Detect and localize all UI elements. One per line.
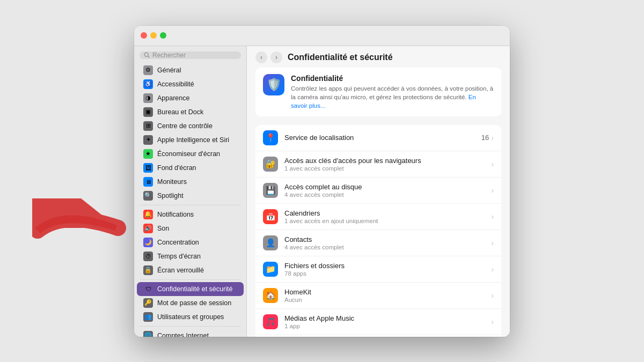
sidebar-separator-1 [140, 205, 241, 205]
sidebar-item-appearance[interactable]: ◑Apparence [137, 91, 244, 105]
sidebar-item-bureau[interactable]: ▣Bureau et Dock [137, 105, 244, 119]
search-bar[interactable]: Rechercher [140, 51, 241, 59]
localisation-right: 16› [481, 134, 494, 142]
sidebar-separator-3 [140, 326, 241, 327]
title-bar [134, 26, 510, 46]
sidebar-item-concentration[interactable]: 🌙Concentration [137, 235, 244, 249]
sidebar-separator-2 [140, 279, 241, 280]
sidebar-item-notif[interactable]: 🔔Notifications [137, 208, 244, 221]
fichiers-subtitle: 78 apps [284, 270, 491, 277]
minimize-button[interactable] [150, 32, 157, 39]
maximize-button[interactable] [160, 32, 166, 39]
settings-window: Rechercher ⚙Général♿Accessibilité◑Appare… [134, 26, 510, 337]
privacy-card-description: Contrôlez les apps qui peuvent accéder à… [291, 84, 494, 110]
sidebar-label-utilisateurs: Utilisateurs et groupes [157, 313, 224, 321]
content-scroll[interactable]: 🛡️ Confidentialité Contrôlez les apps qu… [247, 68, 510, 337]
contacts-icon: 👤 [263, 235, 278, 250]
sidebar-label-appearance: Apparence [157, 94, 189, 102]
close-button[interactable] [141, 32, 147, 39]
contacts-subtitle: 4 avec accès complet [284, 244, 491, 250]
settings-row-disque[interactable]: 💾Accès complet au disque4 avec accès com… [255, 178, 501, 204]
homekit-text: HomeKitAucun [284, 288, 491, 303]
content-header: ‹ › Confidentialité et sécurité [247, 46, 510, 68]
sidebar-item-accessibility[interactable]: ♿Accessibilité [137, 77, 244, 91]
sidebar-item-centre[interactable]: ⊞Centre de contrôle [137, 119, 244, 133]
sidebar-item-ecran[interactable]: 🔒Écran verrouillé [137, 263, 244, 277]
medias-chevron-icon: › [491, 317, 494, 326]
cles-acces-icon: 🔐 [263, 157, 278, 172]
sidebar-item-confidentialite[interactable]: 🛡Confidentialité et sécurité [137, 282, 244, 296]
sidebar-item-utilisateurs[interactable]: 👥Utilisateurs et groupes [137, 310, 244, 324]
sidebar-item-apple-intel[interactable]: ✦Apple Intelligence et Siri [137, 133, 244, 147]
calendriers-subtitle: 1 avec accès en ajout uniquement [284, 218, 491, 224]
medias-icon: 🎵 [263, 314, 278, 329]
sidebar-label-mdp: Mot de passe de session [157, 299, 231, 307]
contacts-text: Contacts4 avec accès complet [284, 235, 491, 250]
medias-text: Médias et Apple Music1 app [284, 314, 491, 329]
sidebar-item-fond[interactable]: 🖼Fond d'écran [137, 161, 244, 175]
sidebar-item-spotlight[interactable]: 🔍Spotlight [137, 189, 244, 203]
sidebar: Rechercher ⚙Général♿Accessibilité◑Appare… [134, 46, 247, 337]
son-icon: 🔊 [143, 224, 153, 233]
sidebar-label-notif: Notifications [157, 211, 194, 218]
comptes-icon: 🌐 [143, 331, 153, 337]
sidebar-item-general[interactable]: ⚙Général [137, 63, 244, 77]
search-icon [144, 52, 150, 58]
sidebar-label-fond: Fond d'écran [157, 164, 196, 172]
contacts-chevron-icon: › [491, 239, 494, 247]
page-title: Confidentialité et sécurité [288, 53, 393, 62]
fond-icon: 🖼 [143, 163, 153, 173]
contacts-title: Contacts [284, 235, 491, 243]
settings-row-contacts[interactable]: 👤Contacts4 avec accès complet› [255, 230, 501, 256]
sidebar-label-ecran: Écran verrouillé [157, 267, 204, 274]
sidebar-item-comptes[interactable]: 🌐Comptes Internet [137, 329, 244, 337]
calendriers-right: › [491, 212, 494, 221]
sidebar-label-bureau: Bureau et Dock [157, 108, 203, 116]
disque-subtitle: 4 avec accès complet [284, 191, 491, 198]
settings-row-medias[interactable]: 🎵Médias et Apple Music1 app› [255, 309, 501, 335]
window-body: Rechercher ⚙Général♿Accessibilité◑Appare… [134, 46, 510, 337]
sidebar-item-moniteurs[interactable]: 🖥Moniteurs [137, 175, 244, 189]
localisation-title: Service de localisation [284, 134, 481, 142]
utilisateurs-icon: 👥 [143, 312, 153, 322]
localisation-badge: 16 [481, 134, 489, 142]
sidebar-label-temps: Temps d'écran [157, 253, 201, 260]
settings-row-cles-acces[interactable]: 🔐Accès aux clés d'accès pour les navigat… [255, 151, 501, 178]
privacy-header-card: 🛡️ Confidentialité Contrôlez les apps qu… [255, 68, 501, 116]
calendriers-chevron-icon: › [491, 212, 494, 221]
sidebar-item-economiseur[interactable]: ★Économiseur d'écran [137, 147, 244, 161]
disque-chevron-icon: › [491, 186, 494, 195]
sidebar-label-apple-intel: Apple Intelligence et Siri [157, 136, 229, 144]
svg-line-2 [148, 56, 149, 57]
cles-acces-right: › [491, 160, 494, 168]
sidebar-item-mdp[interactable]: 🔑Mot de passe de session [137, 296, 244, 310]
privacy-header-text: Confidentialité Contrôlez les apps qui p… [291, 74, 494, 110]
settings-row-fichiers[interactable]: 📁Fichiers et dossiers78 apps› [255, 256, 501, 283]
temps-icon: ⏱ [143, 252, 153, 261]
disque-title: Accès complet au disque [284, 183, 491, 191]
localisation-text: Service de localisation [284, 134, 481, 142]
fichiers-chevron-icon: › [491, 265, 494, 274]
forward-button[interactable]: › [270, 51, 282, 63]
homekit-right: › [491, 291, 494, 300]
bureau-icon: ▣ [143, 107, 153, 117]
settings-row-homekit[interactable]: 🏠HomeKitAucun› [255, 283, 501, 309]
sidebar-label-spotlight: Spotlight [157, 192, 184, 200]
localisation-chevron-icon: › [491, 134, 494, 142]
sidebar-label-comptes: Comptes Internet [157, 332, 209, 337]
settings-row-photos[interactable]: 🌈Photos1 avec accès complet› [255, 335, 501, 337]
sidebar-label-general: Général [157, 67, 181, 74]
back-button[interactable]: ‹ [255, 51, 267, 63]
sidebar-item-temps[interactable]: ⏱Temps d'écran [137, 249, 244, 263]
sidebar-label-son: Son [157, 225, 169, 232]
moniteurs-icon: 🖥 [143, 177, 153, 187]
fichiers-title: Fichiers et dossiers [284, 262, 491, 270]
traffic-lights [141, 32, 166, 39]
red-arrow-annotation [32, 198, 140, 263]
fichiers-right: › [491, 265, 494, 274]
sidebar-item-son[interactable]: 🔊Son [137, 221, 244, 235]
settings-row-calendriers[interactable]: 📅Calendriers1 avec accès en ajout unique… [255, 204, 501, 230]
mdp-icon: 🔑 [143, 298, 153, 308]
localisation-icon: 📍 [263, 130, 278, 145]
settings-row-localisation[interactable]: 📍Service de localisation16› [255, 125, 501, 151]
